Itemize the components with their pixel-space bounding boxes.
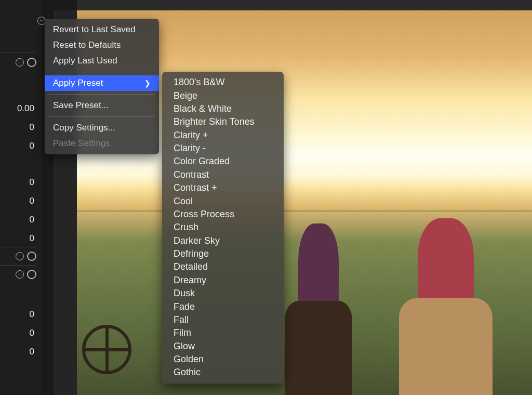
preset-label: Golden [174, 354, 204, 364]
chevron-right-icon: ❯ [144, 79, 151, 87]
preset-label: Film [174, 327, 191, 338]
toolbar-strip [0, 0, 532, 10]
preset-label: Beige [174, 90, 197, 101]
preset-item[interactable]: Detailed [162, 260, 284, 273]
adjust-value[interactable]: 0 [0, 328, 36, 338]
adjust-value[interactable]: 0 [0, 215, 36, 225]
preset-item[interactable]: Contrast [162, 168, 284, 181]
preset-item[interactable]: Brighter Skin Tones [162, 115, 284, 128]
adjust-value[interactable]: 0.00 [0, 103, 36, 114]
preset-label: Fall [174, 314, 189, 325]
more-icon[interactable] [16, 270, 24, 279]
preset-label: 1800's B&W [174, 77, 224, 87]
preset-label: Color Graded [174, 156, 230, 166]
adjust-value[interactable]: 0 [0, 177, 36, 188]
preset-submenu: 1800's B&W Beige Black & White Brighter … [162, 72, 284, 384]
more-icon[interactable] [16, 252, 24, 260]
menu-reset-to-defaults[interactable]: Reset to Defaults [45, 37, 159, 53]
menu-save-preset[interactable]: Save Preset... [45, 98, 159, 113]
preset-label: Darker Sky [174, 235, 220, 246]
menu-item-label: Reset to Defaults [53, 40, 121, 50]
menu-paste-settings: Paste Settings [45, 136, 159, 151]
menu-apply-last-used[interactable]: Apply Last Used [45, 53, 159, 69]
preset-item[interactable]: Contrast + [162, 181, 284, 194]
preset-label: Contrast + [174, 182, 217, 193]
preset-item[interactable]: Darker Sky [162, 234, 284, 247]
menu-copy-settings[interactable]: Copy Settings... [45, 120, 159, 136]
preset-label: Detailed [174, 261, 208, 272]
preset-item[interactable]: Defringe [162, 247, 284, 260]
preset-label: Cool [174, 196, 193, 206]
menu-revert-to-last-saved[interactable]: Revert to Last Saved [45, 22, 159, 37]
menu-item-label: Apply Preset [53, 78, 103, 88]
preset-item[interactable]: Gothic [162, 366, 284, 379]
preset-label: Crush [174, 222, 198, 232]
reset-icon[interactable] [27, 252, 36, 261]
preset-item[interactable]: Clarity + [162, 129, 284, 142]
preset-label: Clarity - [174, 143, 206, 153]
image-content [77, 307, 139, 374]
preset-label: Black & White [174, 103, 232, 114]
preset-label: Dreamy [174, 275, 206, 285]
adjust-value[interactable]: 0 [0, 233, 36, 244]
adjustments-sidebar: 0.00 0 0 0 0 0 0 0 0 0 [0, 0, 42, 395]
preset-item[interactable]: Dusk [162, 287, 284, 300]
adjust-value[interactable]: 0 [0, 309, 36, 320]
preset-label: Brighter Skin Tones [174, 116, 255, 127]
adjust-value[interactable]: 0 [0, 122, 36, 133]
menu-separator [49, 116, 155, 117]
preset-label: Contrast [174, 169, 209, 180]
preset-item[interactable]: Black & White [162, 102, 284, 115]
preset-item[interactable]: Crush [162, 221, 284, 234]
preset-label: Glow [174, 341, 195, 351]
reset-icon[interactable] [27, 270, 36, 279]
menu-item-label: Revert to Last Saved [53, 24, 136, 35]
settings-context-menu: Revert to Last Saved Reset to Defaults A… [45, 19, 159, 154]
preset-item[interactable]: Color Graded [162, 155, 284, 168]
preset-item[interactable]: Dreamy [162, 274, 284, 287]
menu-item-label: Copy Settings... [53, 123, 115, 133]
adjust-value[interactable]: 0 [0, 347, 36, 357]
adjust-value[interactable]: 0 [0, 141, 36, 151]
adjust-value[interactable]: 0 [0, 196, 36, 206]
preset-item[interactable]: Glow [162, 340, 284, 353]
preset-label: Clarity + [174, 130, 208, 140]
preset-label: Fade [174, 301, 195, 312]
preset-item[interactable]: 1800's B&W [162, 76, 284, 89]
preset-item[interactable]: Golden [162, 353, 284, 366]
more-icon[interactable] [16, 58, 24, 67]
preset-label: Defringe [174, 248, 209, 259]
image-content [285, 223, 352, 395]
menu-separator [49, 94, 155, 95]
preset-item[interactable]: Film [162, 326, 284, 339]
preset-label: Gothic [174, 367, 201, 377]
image-content [399, 218, 493, 395]
preset-item[interactable]: Cross Process [162, 208, 284, 221]
preset-item[interactable]: Cool [162, 194, 284, 207]
preset-item[interactable]: Beige [162, 89, 284, 102]
menu-separator [49, 72, 155, 72]
preset-item[interactable]: Clarity - [162, 142, 284, 155]
preset-item[interactable]: Fade [162, 300, 284, 313]
preset-item[interactable]: Fall [162, 313, 284, 326]
preset-label: Dusk [174, 288, 195, 298]
menu-item-label: Save Preset... [53, 100, 109, 111]
preset-label: Cross Process [174, 209, 234, 219]
menu-item-label: Paste Settings [53, 138, 110, 149]
reset-icon[interactable] [27, 58, 36, 67]
menu-apply-preset[interactable]: Apply Preset ❯ [45, 75, 159, 91]
menu-item-label: Apply Last Used [53, 56, 117, 66]
